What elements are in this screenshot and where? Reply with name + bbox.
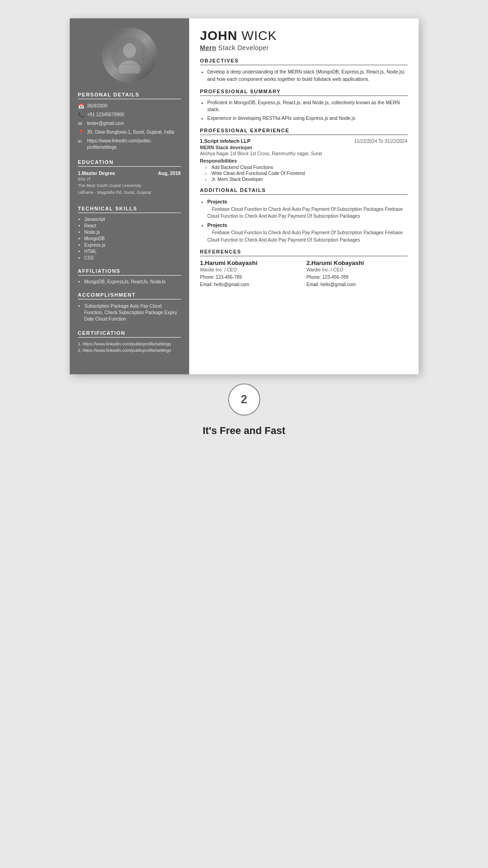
affiliations-title: AFFILIATIONS [78, 268, 181, 276]
accomplishment-section: ACCOMPLISHMENT Subscription Package Auto… [78, 292, 181, 324]
experience-title: PROFESSIONAL EXPERIENCE [200, 128, 408, 135]
skill-item: React [84, 223, 181, 228]
email-row: ✉ tester@gmail.com [78, 120, 181, 127]
additional-list: Projects Firebase Cloud Function to Chec… [200, 198, 408, 244]
additional-details-title: ADDITIONAL DETAILS [200, 187, 408, 195]
name-section: JOHN WICK Mern Stack Developer [200, 28, 408, 51]
references-title: REFERENCES [200, 249, 408, 256]
skill-item: Javascript [84, 217, 181, 222]
responsibilities-list: Add Backend Cloud Functions Write Clean … [200, 165, 408, 182]
skill-item: HTML [84, 249, 181, 254]
accomplishment-title: ACCOMPLISHMENT [78, 292, 181, 299]
professional-summary-list: Proficient in MongoDB, Express.js, React… [200, 99, 408, 122]
job-title-underline: Mern [200, 44, 216, 51]
job-title-rest: Stack Developer [216, 44, 269, 51]
additional-item-1: Projects Firebase Cloud Function to Chec… [208, 221, 408, 243]
skills-list: Javascript React Node.js MongoDB Express… [78, 217, 181, 260]
education-section: EDUCATION 1.Master Degree Aug, 2018 BSc … [78, 159, 181, 199]
reference-2: 2.Harumi Kobayashi Wardie Inc. / CEO Pho… [307, 259, 408, 288]
ref-2-phone: Phone: 123-456-789 [307, 274, 408, 281]
page-number: 2 [241, 392, 247, 406]
main-content: JOHN WICK Mern Stack Developer OBJECTIVE… [189, 18, 419, 374]
ref-2-company: Wardie Inc. / CEO [307, 267, 408, 272]
exp-dates: 11/22/2024 To 31/22/2024 [354, 139, 407, 144]
references-grid: 1.Harumi Kobayashi Wardie Inc. / CEO Pho… [200, 259, 408, 288]
ref-1-name: 1.Harumi Kobayashi [200, 259, 301, 266]
svg-point-1 [123, 43, 136, 58]
personal-details-title: PERSONAL DETAILS [78, 92, 181, 99]
email-icon: ✉ [78, 121, 84, 127]
objectives-title: OBJECTIVES [200, 58, 408, 65]
responsibilities-title: Responsibilities [200, 158, 408, 163]
ref-1-phone: Phone: 123-456-789 [200, 274, 301, 281]
cert-item-2: 2. https://www.linkedin.com/publicprofil… [78, 348, 181, 353]
page-circle: 2 [228, 383, 260, 416]
exp-location: Akshya Nagar 1st Block 1st Cross, Rammur… [200, 151, 408, 156]
avatar [102, 28, 157, 83]
edu-degree: 1.Master Degree [78, 170, 115, 176]
location-icon: 📍 [78, 130, 84, 135]
accomplishment-item: Subscription Package Auto Pay Cloud Func… [84, 303, 181, 322]
responsibility-item: Add Backend Cloud Functions [205, 165, 408, 170]
objectives-list: Develop a deep understanding of the MERN… [200, 68, 408, 83]
bottom-tagline: It's Free and Fast [202, 425, 285, 437]
edu-field: BSc IT [78, 176, 181, 182]
edu-university: The Best South Gujrat University [78, 182, 181, 189]
linkedin-icon: in [78, 138, 84, 144]
ref-1-company: Wardie Inc. / CEO [200, 267, 301, 272]
ref-1-num: 1. [200, 259, 205, 266]
address-value: 30, Glow Bunglows-1, Surat, Gujarat, Ind… [87, 129, 174, 135]
objective-item: Develop a deep understanding of the MERN… [208, 68, 408, 83]
responsibility-item: Write Clean And Functional Code Of Front… [205, 171, 408, 176]
cert-item-1: 1. https://www.linkedin.com/publicprofil… [78, 341, 181, 346]
affiliations-list: MongoDB, ExpressJs, ReactJs, NodeJs [78, 279, 181, 284]
dob-row: 📅 26/8/2000 [78, 103, 181, 109]
first-name: JOHN [200, 28, 238, 43]
ref-2-name: 2.Harumi Kobayashi [307, 259, 408, 266]
resume-document: PERSONAL DETAILS 📅 26/8/2000 📞 +91 12345… [70, 18, 419, 374]
exp-company: 1.Script infotech LLP [200, 138, 251, 144]
linkedin-row: in https://www.linkedin.com/public- prof… [78, 138, 181, 151]
reference-1: 1.Harumi Kobayashi Wardie Inc. / CEO Pho… [200, 259, 301, 288]
edu-year: Aug, 2018 [158, 170, 181, 176]
ref-2-email: Email: hello@gmail.com [307, 281, 408, 288]
professional-summary-title: PROFESSIONAL SUMMARY [200, 89, 408, 96]
responsibility-item: Jr. Mern Stack Developer [205, 177, 408, 182]
ref-2-num: 2. [307, 259, 312, 266]
education-item: 1.Master Degree Aug, 2018 BSc IT The Bes… [78, 170, 181, 196]
dob-value: 26/8/2000 [87, 103, 108, 109]
email-value: tester@gmail.com [87, 120, 124, 127]
edu-location: Udhana - Magdalla Rd, Surat, Gujarat [78, 189, 181, 196]
summary-item: Experience in developing RESTful APIs us… [208, 115, 408, 122]
skill-item: CSS [84, 255, 181, 260]
education-title: EDUCATION [78, 159, 181, 167]
accomplishment-list: Subscription Package Auto Pay Cloud Func… [78, 303, 181, 322]
skill-item: MongoDB [84, 236, 181, 241]
certification-section: CERTIFICATION 1. https://www.linkedin.co… [78, 330, 181, 354]
page-number-section: 2 [228, 383, 260, 416]
skill-item: Express.js [84, 242, 181, 248]
additional-item-0: Projects Firebase Cloud Function to Chec… [208, 198, 408, 220]
address-row: 📍 30, Glow Bunglows-1, Surat, Gujarat, I… [78, 129, 181, 135]
last-name: WICK [237, 28, 277, 43]
job-title: Mern Stack Developer [200, 44, 408, 51]
personal-details-section: PERSONAL DETAILS 📅 26/8/2000 📞 +91 12345… [78, 92, 181, 153]
phone-row: 📞 +91 12345678900 [78, 112, 181, 118]
phone-icon: 📞 [78, 112, 84, 118]
affiliation-item: MongoDB, ExpressJs, ReactJs, NodeJs [84, 279, 181, 284]
sidebar: PERSONAL DETAILS 📅 26/8/2000 📞 +91 12345… [70, 18, 189, 374]
skills-title: TECHNICAL SKILLS [78, 206, 181, 213]
skill-item: Node.js [84, 230, 181, 235]
exp-role: MERN Stack developer [200, 145, 408, 150]
full-name: JOHN WICK [200, 28, 408, 43]
affiliations-section: AFFILIATIONS MongoDB, ExpressJs, ReactJs… [78, 268, 181, 286]
skills-section: TECHNICAL SKILLS Javascript React Node.j… [78, 206, 181, 262]
ref-1-email: Email: hello@gmail.com [200, 281, 301, 288]
summary-item: Proficient in MongoDB, Express.js, React… [208, 99, 408, 114]
linkedin-value: https://www.linkedin.com/public- profile… [87, 138, 181, 151]
phone-value: +91 12345678900 [87, 112, 124, 118]
experience-entry: 1.Script infotech LLP 11/22/2024 To 31/2… [200, 138, 408, 182]
certification-title: CERTIFICATION [78, 330, 181, 338]
calendar-icon: 📅 [78, 103, 84, 109]
